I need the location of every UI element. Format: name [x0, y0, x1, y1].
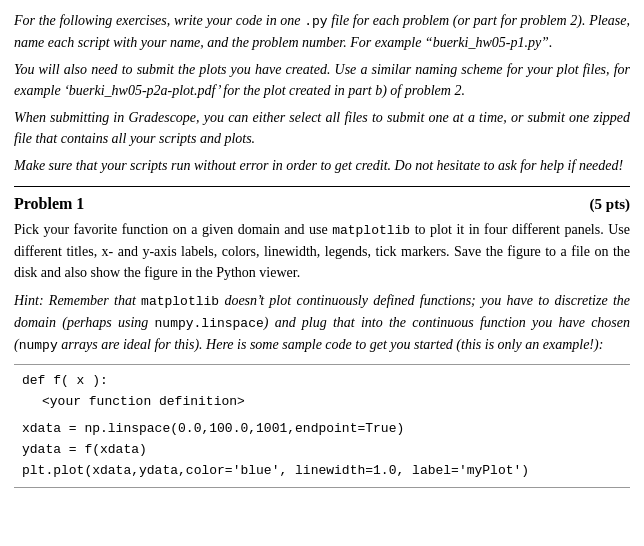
mono-py: .py [304, 14, 327, 29]
code-line-2: <your function definition> [22, 392, 622, 413]
code-line-3: xdata = np.linspace(0.0,100.0,1001,endpo… [22, 419, 622, 440]
mono-matplotlib-hint: matplotlib [141, 294, 219, 309]
section-divider [14, 186, 630, 187]
code-line-1: def f( x ): [22, 371, 622, 392]
intro-block: For the following exercises, write your … [14, 10, 630, 176]
problem-title: Problem 1 [14, 195, 84, 213]
mono-matplotlib-body: matplotlib [332, 223, 410, 238]
code-block: def f( x ): <your function definition> x… [14, 364, 630, 488]
code-line-4: ydata = f(xdata) [22, 440, 622, 461]
problem-pts: (5 pts) [590, 196, 630, 213]
intro-p2: You will also need to submit the plots y… [14, 59, 630, 101]
mono-numpy-linspace: numpy.linspace [155, 316, 264, 331]
mono-numpy: numpy [19, 338, 58, 353]
intro-p3: When submitting in Gradescope, you can e… [14, 107, 630, 149]
hint-label: Hint: [14, 293, 44, 308]
problem-body: Pick your favorite function on a given d… [14, 219, 630, 285]
problem-header: Problem 1 (5 pts) [14, 195, 630, 213]
intro-p1: For the following exercises, write your … [14, 10, 630, 53]
intro-p4: Make sure that your scripts run without … [14, 155, 630, 176]
hint-block: Hint: Remember that matplotlib doesn’t p… [14, 290, 630, 356]
code-line-5: plt.plot(xdata,ydata,color='blue', linew… [22, 461, 622, 482]
